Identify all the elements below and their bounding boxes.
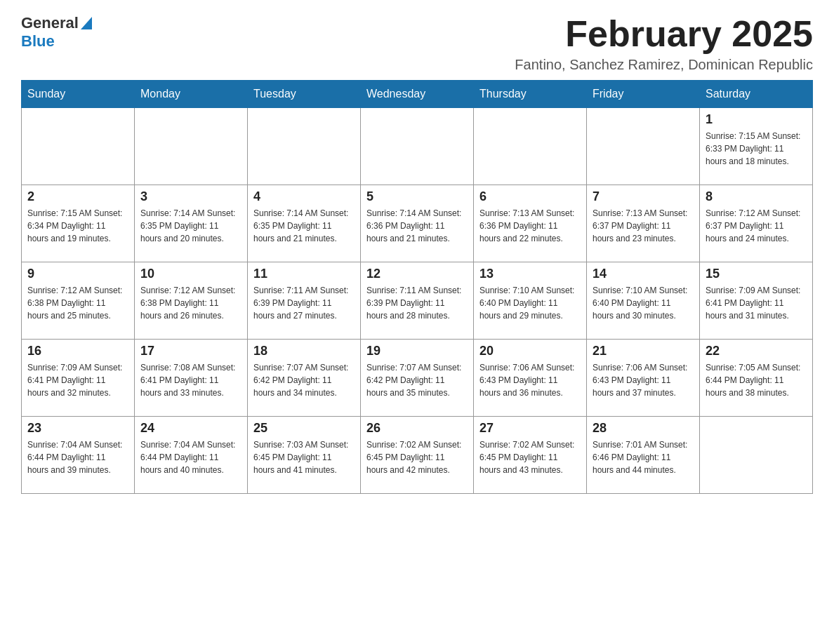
day-number: 12 [366, 267, 468, 281]
calendar-day-cell: 3Sunrise: 7:14 AM Sunset: 6:35 PM Daylig… [135, 185, 248, 262]
calendar-week-row: 23Sunrise: 7:04 AM Sunset: 6:44 PM Dayli… [22, 417, 813, 494]
logo-arrow-icon [81, 17, 92, 29]
calendar-day-cell: 4Sunrise: 7:14 AM Sunset: 6:35 PM Daylig… [248, 185, 361, 262]
calendar-day-cell: 15Sunrise: 7:09 AM Sunset: 6:41 PM Dayli… [700, 262, 813, 340]
page-header: General Blue February 2025 Fantino, Sanc… [21, 14, 813, 73]
day-info: Sunrise: 7:13 AM Sunset: 6:37 PM Dayligh… [593, 207, 694, 245]
calendar-day-cell: 17Sunrise: 7:08 AM Sunset: 6:41 PM Dayli… [135, 340, 248, 417]
weekday-header-thursday: Thursday [474, 81, 587, 108]
day-info: Sunrise: 7:04 AM Sunset: 6:44 PM Dayligh… [27, 438, 128, 476]
day-info: Sunrise: 7:12 AM Sunset: 6:38 PM Dayligh… [140, 284, 241, 322]
day-number: 22 [706, 344, 807, 358]
calendar-day-cell: 2Sunrise: 7:15 AM Sunset: 6:34 PM Daylig… [22, 185, 135, 262]
day-number: 28 [593, 421, 694, 436]
calendar-day-cell: 23Sunrise: 7:04 AM Sunset: 6:44 PM Dayli… [22, 417, 135, 494]
day-info: Sunrise: 7:09 AM Sunset: 6:41 PM Dayligh… [706, 284, 807, 322]
day-info: Sunrise: 7:11 AM Sunset: 6:39 PM Dayligh… [366, 284, 468, 322]
day-info: Sunrise: 7:02 AM Sunset: 6:45 PM Dayligh… [479, 438, 581, 476]
day-info: Sunrise: 7:07 AM Sunset: 6:42 PM Dayligh… [366, 361, 468, 399]
calendar-day-cell: 22Sunrise: 7:05 AM Sunset: 6:44 PM Dayli… [700, 340, 813, 417]
calendar-day-cell: 16Sunrise: 7:09 AM Sunset: 6:41 PM Dayli… [22, 340, 135, 417]
calendar-day-cell: 21Sunrise: 7:06 AM Sunset: 6:43 PM Dayli… [587, 340, 700, 417]
day-info: Sunrise: 7:14 AM Sunset: 6:35 PM Dayligh… [253, 207, 355, 245]
day-info: Sunrise: 7:12 AM Sunset: 6:38 PM Dayligh… [27, 284, 128, 322]
day-info: Sunrise: 7:13 AM Sunset: 6:36 PM Dayligh… [479, 207, 581, 245]
calendar-day-cell: 14Sunrise: 7:10 AM Sunset: 6:40 PM Dayli… [587, 262, 700, 340]
weekday-header-wednesday: Wednesday [361, 81, 474, 108]
day-number: 15 [706, 267, 807, 281]
calendar-day-cell: 26Sunrise: 7:02 AM Sunset: 6:45 PM Dayli… [361, 417, 474, 494]
day-info: Sunrise: 7:14 AM Sunset: 6:36 PM Dayligh… [366, 207, 468, 245]
day-number: 19 [366, 344, 468, 358]
calendar-day-cell: 12Sunrise: 7:11 AM Sunset: 6:39 PM Dayli… [361, 262, 474, 340]
calendar-day-cell: 1Sunrise: 7:15 AM Sunset: 6:33 PM Daylig… [700, 108, 813, 185]
calendar-day-cell: 13Sunrise: 7:10 AM Sunset: 6:40 PM Dayli… [474, 262, 587, 340]
location-subtitle: Fantino, Sanchez Ramirez, Dominican Repu… [515, 57, 813, 73]
calendar-day-cell: 18Sunrise: 7:07 AM Sunset: 6:42 PM Dayli… [248, 340, 361, 417]
calendar-day-cell: 19Sunrise: 7:07 AM Sunset: 6:42 PM Dayli… [361, 340, 474, 417]
calendar-week-row: 1Sunrise: 7:15 AM Sunset: 6:33 PM Daylig… [22, 108, 813, 185]
calendar-day-cell: 25Sunrise: 7:03 AM Sunset: 6:45 PM Dayli… [248, 417, 361, 494]
calendar-day-cell: 27Sunrise: 7:02 AM Sunset: 6:45 PM Dayli… [474, 417, 587, 494]
calendar-empty-cell [361, 108, 474, 185]
weekday-header-sunday: Sunday [22, 81, 135, 108]
day-number: 8 [706, 189, 807, 204]
day-number: 21 [593, 344, 694, 358]
calendar-table: SundayMondayTuesdayWednesdayThursdayFrid… [21, 80, 813, 494]
logo-blue-text: Blue [21, 32, 55, 51]
day-info: Sunrise: 7:03 AM Sunset: 6:45 PM Dayligh… [253, 438, 355, 476]
calendar-day-cell: 5Sunrise: 7:14 AM Sunset: 6:36 PM Daylig… [361, 185, 474, 262]
day-number: 24 [140, 421, 241, 436]
day-number: 17 [140, 344, 241, 358]
day-number: 10 [140, 267, 241, 281]
day-number: 6 [479, 189, 581, 204]
day-number: 14 [593, 267, 694, 281]
day-number: 27 [479, 421, 581, 436]
calendar-empty-cell [248, 108, 361, 185]
day-info: Sunrise: 7:15 AM Sunset: 6:34 PM Dayligh… [27, 207, 128, 245]
calendar-empty-cell [22, 108, 135, 185]
day-number: 2 [27, 189, 128, 204]
calendar-day-cell: 20Sunrise: 7:06 AM Sunset: 6:43 PM Dayli… [474, 340, 587, 417]
logo-general-text: General [21, 14, 79, 32]
weekday-header-saturday: Saturday [700, 81, 813, 108]
day-info: Sunrise: 7:10 AM Sunset: 6:40 PM Dayligh… [593, 284, 694, 322]
calendar-week-row: 9Sunrise: 7:12 AM Sunset: 6:38 PM Daylig… [22, 262, 813, 340]
day-info: Sunrise: 7:08 AM Sunset: 6:41 PM Dayligh… [140, 361, 241, 399]
day-info: Sunrise: 7:07 AM Sunset: 6:42 PM Dayligh… [253, 361, 355, 399]
day-info: Sunrise: 7:10 AM Sunset: 6:40 PM Dayligh… [479, 284, 581, 322]
calendar-empty-cell [135, 108, 248, 185]
logo: General Blue [21, 14, 92, 51]
day-number: 23 [27, 421, 128, 436]
calendar-day-cell: 8Sunrise: 7:12 AM Sunset: 6:37 PM Daylig… [700, 185, 813, 262]
day-number: 13 [479, 267, 581, 281]
day-info: Sunrise: 7:02 AM Sunset: 6:45 PM Dayligh… [366, 438, 468, 476]
day-info: Sunrise: 7:05 AM Sunset: 6:44 PM Dayligh… [706, 361, 807, 399]
day-number: 9 [27, 267, 128, 281]
day-number: 5 [366, 189, 468, 204]
month-title: February 2025 [515, 14, 813, 54]
day-info: Sunrise: 7:12 AM Sunset: 6:37 PM Dayligh… [706, 207, 807, 245]
day-number: 11 [253, 267, 355, 281]
day-number: 3 [140, 189, 241, 204]
calendar-day-cell: 11Sunrise: 7:11 AM Sunset: 6:39 PM Dayli… [248, 262, 361, 340]
calendar-week-row: 2Sunrise: 7:15 AM Sunset: 6:34 PM Daylig… [22, 185, 813, 262]
calendar-day-cell: 6Sunrise: 7:13 AM Sunset: 6:36 PM Daylig… [474, 185, 587, 262]
calendar-day-cell: 9Sunrise: 7:12 AM Sunset: 6:38 PM Daylig… [22, 262, 135, 340]
calendar-empty-cell [700, 417, 813, 494]
weekday-header-friday: Friday [587, 81, 700, 108]
day-info: Sunrise: 7:09 AM Sunset: 6:41 PM Dayligh… [27, 361, 128, 399]
calendar-week-row: 16Sunrise: 7:09 AM Sunset: 6:41 PM Dayli… [22, 340, 813, 417]
calendar-header-row: SundayMondayTuesdayWednesdayThursdayFrid… [22, 81, 813, 108]
day-info: Sunrise: 7:14 AM Sunset: 6:35 PM Dayligh… [140, 207, 241, 245]
day-number: 18 [253, 344, 355, 358]
day-number: 16 [27, 344, 128, 358]
day-number: 26 [366, 421, 468, 436]
weekday-header-monday: Monday [135, 81, 248, 108]
day-number: 25 [253, 421, 355, 436]
day-info: Sunrise: 7:04 AM Sunset: 6:44 PM Dayligh… [140, 438, 241, 476]
day-number: 4 [253, 189, 355, 204]
calendar-day-cell: 24Sunrise: 7:04 AM Sunset: 6:44 PM Dayli… [135, 417, 248, 494]
day-info: Sunrise: 7:06 AM Sunset: 6:43 PM Dayligh… [479, 361, 581, 399]
day-info: Sunrise: 7:15 AM Sunset: 6:33 PM Dayligh… [706, 130, 807, 168]
